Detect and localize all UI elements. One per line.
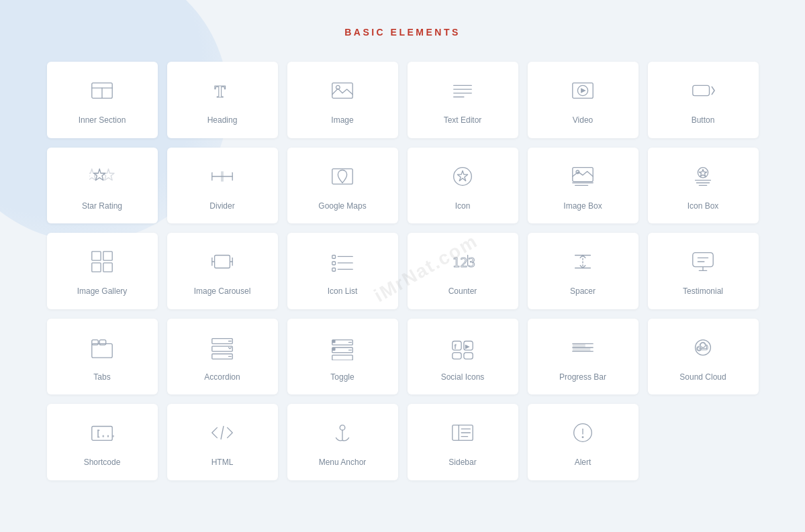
- card-tabs[interactable]: Tabs: [47, 319, 158, 395]
- card-image-gallery[interactable]: Image Gallery: [47, 233, 158, 309]
- inner-section-label: Inner Section: [79, 115, 126, 126]
- svg-marker-12: [581, 88, 586, 93]
- alert-icon: [570, 420, 596, 448]
- image-box-icon: [570, 164, 596, 192]
- menu-anchor-icon: [330, 420, 355, 448]
- card-testimonial[interactable]: Testimonial: [648, 233, 759, 309]
- video-label: Video: [573, 115, 593, 126]
- card-divider[interactable]: Divider: [167, 148, 278, 224]
- counter-label: Counter: [448, 286, 477, 297]
- sound-cloud-label: Sound Cloud: [679, 372, 726, 383]
- html-label: HTML: [211, 458, 234, 468]
- social-icons-icon: f▶: [450, 335, 475, 363]
- card-counter[interactable]: 123Counter: [408, 233, 518, 309]
- svg-text:T: T: [215, 83, 226, 101]
- progress-bar-label: Progress Bar: [559, 372, 606, 383]
- svg-marker-22: [457, 170, 467, 180]
- heading-label: Heading: [207, 115, 238, 126]
- card-icon[interactable]: Icon: [408, 148, 518, 224]
- card-shortcode[interactable]: [...]Shortcode: [47, 404, 158, 480]
- toggle-icon: [330, 335, 355, 363]
- svg-point-89: [340, 425, 345, 431]
- svg-rect-43: [332, 268, 336, 272]
- svg-rect-50: [693, 253, 713, 267]
- card-sidebar[interactable]: Sidebar: [408, 404, 518, 480]
- button-icon: [690, 78, 716, 106]
- html-icon: [209, 420, 235, 448]
- card-sound-cloud[interactable]: Sound Cloud: [648, 319, 759, 395]
- svg-rect-75: [464, 352, 473, 359]
- social-icons-label: Social Icons: [441, 372, 485, 383]
- progress-bar-icon: [570, 335, 596, 363]
- main-container: BASIC ELEMENTS Inner SectionTHeadingImag…: [34, 0, 772, 500]
- card-accordion[interactable]: Accordion: [167, 319, 278, 395]
- svg-rect-80: [573, 348, 591, 352]
- google-maps-label: Google Maps: [318, 201, 366, 212]
- icon-label: Icon: [455, 201, 471, 212]
- card-icon-list[interactable]: Icon List: [287, 233, 398, 309]
- image-carousel-icon: [209, 249, 235, 277]
- card-social-icons[interactable]: f▶Social Icons: [408, 319, 518, 395]
- testimonial-label: Testimonial: [683, 286, 723, 297]
- svg-rect-32: [92, 252, 101, 260]
- svg-rect-79: [573, 343, 585, 348]
- image-gallery-icon: [89, 249, 115, 277]
- tabs-icon: [89, 335, 115, 363]
- image-gallery-label: Image Gallery: [77, 286, 128, 297]
- heading-icon: T: [209, 78, 235, 106]
- sidebar-label: Sidebar: [448, 458, 476, 468]
- svg-marker-28: [699, 169, 706, 176]
- card-inner-section[interactable]: Inner Section: [47, 62, 158, 138]
- button-label: Button: [692, 115, 715, 126]
- icon-icon: [450, 164, 475, 192]
- card-text-editor[interactable]: Text Editor: [408, 62, 518, 138]
- divider-icon: [209, 164, 235, 192]
- google-maps-icon: [330, 164, 355, 192]
- card-image-carousel[interactable]: Image Carousel: [167, 233, 278, 309]
- card-star-rating[interactable]: Star Rating: [47, 148, 158, 224]
- svg-rect-33: [103, 252, 112, 260]
- accordion-icon: [209, 335, 235, 363]
- image-box-label: Image Box: [563, 201, 602, 212]
- image-label: Image: [331, 115, 353, 126]
- svg-rect-66: [332, 339, 336, 343]
- icon-list-label: Icon List: [328, 286, 358, 297]
- toggle-label: Toggle: [330, 372, 354, 383]
- svg-line-88: [221, 427, 224, 439]
- sound-cloud-icon: [690, 335, 716, 363]
- svg-rect-56: [92, 339, 99, 345]
- svg-rect-69: [332, 348, 336, 351]
- svg-rect-13: [693, 85, 710, 95]
- icon-list-icon: [330, 249, 355, 277]
- shortcode-label: Shortcode: [84, 458, 121, 468]
- card-icon-box[interactable]: Icon Box: [648, 148, 759, 224]
- svg-rect-41: [332, 262, 336, 265]
- card-html[interactable]: HTML: [167, 404, 278, 480]
- svg-point-20: [340, 172, 344, 176]
- svg-rect-74: [453, 352, 461, 359]
- elements-grid: Inner SectionTHeadingImageText EditorVid…: [47, 62, 759, 480]
- svg-rect-34: [92, 263, 101, 272]
- card-heading[interactable]: THeading: [167, 62, 278, 138]
- spacer-label: Spacer: [570, 286, 596, 297]
- svg-text:123: 123: [453, 255, 475, 270]
- card-alert[interactable]: Alert: [528, 404, 638, 480]
- svg-rect-39: [332, 256, 336, 259]
- card-image[interactable]: Image: [287, 62, 398, 138]
- card-image-box[interactable]: Image Box: [528, 148, 638, 224]
- icon-box-icon: [690, 164, 716, 192]
- card-progress-bar[interactable]: Progress Bar: [528, 319, 638, 395]
- svg-rect-68: [332, 355, 352, 360]
- video-icon: [570, 78, 596, 106]
- card-spacer[interactable]: Spacer: [528, 233, 638, 309]
- svg-rect-4: [332, 83, 352, 99]
- card-button[interactable]: Button: [648, 62, 759, 138]
- card-google-maps[interactable]: Google Maps: [287, 148, 398, 224]
- tabs-label: Tabs: [93, 372, 110, 383]
- card-toggle[interactable]: Toggle: [287, 319, 398, 395]
- alert-label: Alert: [575, 458, 591, 468]
- testimonial-icon: [690, 249, 716, 277]
- svg-marker-18: [221, 171, 224, 181]
- card-video[interactable]: Video: [528, 62, 638, 138]
- card-menu-anchor[interactable]: Menu Anchor: [287, 404, 398, 480]
